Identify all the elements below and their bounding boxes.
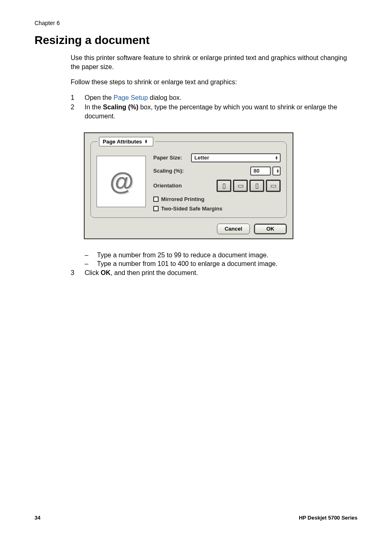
- page-heading: Resizing a document: [35, 34, 357, 47]
- scaling-bold: Scaling (%): [103, 104, 138, 111]
- orientation-reverse-landscape-button[interactable]: ▭: [266, 180, 281, 192]
- chevron-updown-icon: ▲▼: [275, 156, 278, 160]
- text: dialog box.: [148, 94, 182, 101]
- step-text: Open the Page Setup dialog box.: [85, 93, 357, 102]
- page-setup-dialog: Page Attributes ▲▼ @ Paper Size: Letter: [84, 132, 293, 239]
- product-name: HP Deskjet 5700 Series: [299, 515, 357, 521]
- sub-text: Type a number from 101 to 400 to enlarge…: [97, 259, 277, 268]
- scaling-value: 80: [254, 168, 259, 174]
- scaling-stepper[interactable]: ▲▼: [272, 166, 281, 176]
- paper-size-select[interactable]: Letter ▲▼: [191, 153, 281, 162]
- orientation-label: Orientation: [153, 183, 191, 189]
- ok-label: OK: [266, 226, 274, 232]
- page-footer: 34 HP Deskjet 5700 Series: [35, 515, 357, 521]
- steps-continued: – Type a number from 25 to 99 to reduce …: [71, 251, 357, 277]
- text: Open the: [85, 94, 113, 101]
- paper-size-value: Letter: [194, 155, 209, 161]
- scaling-row: Scaling (%): 80 ▲▼: [153, 166, 281, 176]
- step-text: In the Scaling (%) box, type the percent…: [85, 103, 357, 120]
- scaling-label: Scaling (%):: [153, 168, 191, 174]
- portrait-icon: ▯: [222, 182, 226, 189]
- page-setup-link[interactable]: Page Setup: [113, 94, 148, 101]
- ok-button[interactable]: OK: [254, 224, 287, 234]
- step-1: 1 Open the Page Setup dialog box.: [71, 93, 357, 102]
- checkbox-icon: [153, 196, 159, 202]
- steps-list: 1 Open the Page Setup dialog box. 2 In t…: [71, 93, 357, 121]
- orientation-landscape-button[interactable]: ▭: [233, 180, 248, 192]
- sub-text: Type a number from 25 to 99 to reduce a …: [97, 251, 268, 260]
- step-3: 3 Click OK, and then print the document.: [71, 268, 357, 277]
- page-preview: @: [97, 156, 146, 207]
- landscape-icon: ▭: [238, 182, 244, 189]
- paper-size-row: Paper Size: Letter ▲▼: [153, 153, 281, 162]
- cancel-label: Cancel: [225, 226, 242, 232]
- cancel-button[interactable]: Cancel: [217, 224, 250, 234]
- step-text: Click OK, and then print the document.: [85, 268, 357, 277]
- orientation-reverse-portrait-button[interactable]: ▯: [249, 180, 264, 192]
- step-number: 3: [71, 268, 85, 277]
- ok-bold: OK: [101, 269, 111, 276]
- checkbox-icon: [153, 206, 159, 211]
- settings-tab-popup[interactable]: Page Attributes ▲▼: [97, 137, 155, 146]
- intro-paragraph-1: Use this printer software feature to shr…: [71, 53, 357, 71]
- scaling-input[interactable]: 80: [250, 166, 271, 176]
- orientation-row: Orientation ▯ ▭ ▯ ▭: [153, 180, 281, 192]
- step-2: 2 In the Scaling (%) box, type the perce…: [71, 103, 357, 120]
- text: In the: [85, 104, 103, 111]
- chevron-updown-icon: ▲▼: [276, 169, 279, 173]
- mirrored-printing-label: Mirrored Printing: [161, 196, 204, 202]
- intro-paragraph-2: Follow these steps to shrink or enlarge …: [71, 78, 357, 87]
- page-number: 34: [35, 515, 40, 521]
- mirrored-printing-checkbox[interactable]: Mirrored Printing: [153, 196, 281, 202]
- tab-label-text: Page Attributes: [103, 139, 142, 145]
- landscape-reverse-icon: ▭: [270, 182, 277, 189]
- text: Click: [85, 269, 101, 276]
- dialog-inner: Page Attributes ▲▼ @ Paper Size: Letter: [90, 141, 287, 218]
- text: , and then print the document.: [111, 269, 198, 276]
- dash: –: [85, 259, 97, 268]
- paper-size-label: Paper Size:: [153, 155, 191, 161]
- dash: –: [85, 251, 97, 260]
- page-setup-dialog-figure: Page Attributes ▲▼ @ Paper Size: Letter: [84, 132, 357, 239]
- two-sided-safe-margins-checkbox[interactable]: Two-Sided Safe Margins: [153, 206, 281, 212]
- two-sided-label: Two-Sided Safe Margins: [161, 206, 222, 212]
- step-number: 2: [71, 103, 85, 120]
- orientation-portrait-button[interactable]: ▯: [217, 180, 231, 192]
- step-number: 1: [71, 93, 85, 102]
- sub-bullet-2: – Type a number from 101 to 400 to enlar…: [85, 259, 357, 268]
- at-sign-icon: @: [109, 167, 134, 196]
- chapter-header: Chapter 6: [35, 20, 357, 26]
- portrait-reverse-icon: ▯: [255, 182, 259, 189]
- chevron-updown-icon: ▲▼: [145, 139, 148, 143]
- sub-bullet-1: – Type a number from 25 to 99 to reduce …: [85, 251, 357, 260]
